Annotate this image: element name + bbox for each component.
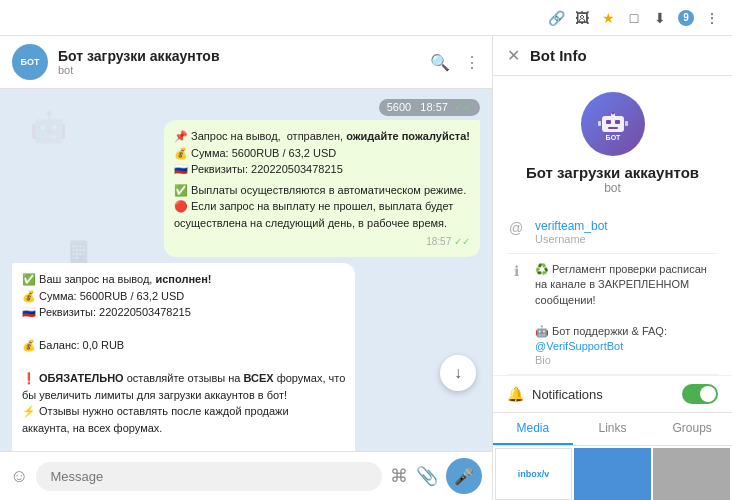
notifications-row: 🔔 Notifications — [493, 375, 732, 412]
bot-info-panel: ✕ Bot Info БОТ Бот з — [492, 36, 732, 500]
bio-content: ♻️ Регламент проверки расписан на канале… — [535, 262, 718, 366]
mic-button[interactable]: 🎤 — [446, 458, 482, 494]
command-icon[interactable]: ⌘ — [390, 465, 408, 487]
amount-badge: 5600 18:57 ✓✓ — [379, 99, 480, 116]
incoming-text: ✅ Ваш запрос на вывод, исполнен! 💰 Сумма… — [22, 271, 345, 451]
attach-icon[interactable]: 📎 — [416, 465, 438, 487]
inbox-label: inbox/v — [518, 469, 550, 479]
image-icon: 🖼 — [574, 10, 590, 26]
chat-subtitle: bot — [58, 64, 420, 76]
chat-title: Бот загрузки аккаунтов — [58, 48, 420, 64]
username-row: @ verifteam_bot Username — [507, 211, 718, 254]
media-thumb-3[interactable] — [653, 448, 730, 500]
svg-rect-1 — [606, 120, 611, 124]
menu-icon[interactable]: ⋮ — [704, 10, 720, 26]
link-icon: 🔗 — [548, 10, 564, 26]
bio-label: Bio — [535, 354, 718, 366]
chat-input-bar: ☺ ⌘ 📎 🎤 — [0, 451, 492, 500]
tab-media[interactable]: Media — [493, 413, 573, 445]
media-thumb-1[interactable]: inbox/v — [495, 448, 572, 500]
browser-topbar: 🔗 🖼 ★ □ ⬇ 9 ⋮ — [0, 0, 732, 36]
svg-rect-0 — [602, 116, 624, 132]
svg-rect-3 — [608, 127, 618, 129]
media-thumb-2[interactable] — [574, 448, 651, 500]
info-icon: ℹ — [507, 263, 525, 279]
chat-section: БОТ Бот загрузки аккаунтов bot 🔍 ⋮ 🤖 💬 📱… — [0, 36, 492, 500]
incoming-message: ✅ Ваш запрос на вывод, исполнен! 💰 Сумма… — [12, 263, 355, 451]
notifications-toggle[interactable] — [682, 384, 718, 404]
outgoing-message: 📌 Запрос на вывод, отправлен, ожидайте п… — [164, 120, 480, 257]
star-icon[interactable]: ★ — [600, 10, 616, 26]
at-icon: @ — [507, 220, 525, 236]
chat-messages[interactable]: 🤖 💬 📱 🔔 ⚙️ 💻 📲 5600 18:57 ✓✓ — [0, 89, 492, 451]
panel-title: Bot Info — [530, 47, 587, 64]
panel-tabs: Media Links Groups — [493, 412, 732, 446]
panel-info-list: @ verifteam_bot Username ℹ ♻️ Регламент … — [493, 211, 732, 375]
notifications-label: 🔔 Notifications — [507, 386, 603, 402]
svg-point-5 — [611, 112, 614, 115]
scroll-down-button[interactable]: ↓ — [440, 355, 476, 391]
tab-groups[interactable]: Groups — [652, 413, 732, 445]
msg-time: 18:57 ✓✓ — [174, 234, 470, 249]
chevron-down-icon: ↓ — [454, 364, 462, 382]
support-bot-link[interactable]: @VerifSupportBot — [535, 340, 623, 352]
mic-icon: 🎤 — [454, 467, 474, 486]
emoji-icon[interactable]: ☺ — [10, 466, 28, 487]
panel-bot-avatar: БОТ — [581, 92, 645, 156]
media-grid: inbox/v — [493, 446, 732, 500]
close-button[interactable]: ✕ — [507, 46, 520, 65]
download-icon: ⬇ — [652, 10, 668, 26]
bio-value: ♻️ Регламент проверки расписан на канале… — [535, 262, 718, 354]
chat-avatar: БОТ — [12, 44, 48, 80]
svg-text:БОТ: БОТ — [605, 134, 620, 141]
tab-links[interactable]: Links — [573, 413, 653, 445]
username-value: verifteam_bot — [535, 219, 718, 233]
username-content: verifteam_bot Username — [535, 219, 718, 245]
svg-rect-6 — [598, 121, 601, 126]
message-text-2: ✅ Выплаты осуществляются в автоматическо… — [174, 182, 470, 232]
panel-header: ✕ Bot Info — [493, 36, 732, 76]
main-layout: БОТ Бот загрузки аккаунтов bot 🔍 ⋮ 🤖 💬 📱… — [0, 36, 732, 500]
svg-rect-7 — [625, 121, 628, 126]
profile-icon[interactable]: 9 — [678, 10, 694, 26]
bot-avatar-svg: БОТ — [595, 106, 631, 142]
message-text: 📌 Запрос на вывод, отправлен, ожидайте п… — [174, 128, 470, 178]
chat-header-icons: 🔍 ⋮ — [430, 53, 480, 72]
more-options-icon[interactable]: ⋮ — [464, 53, 480, 72]
panel-avatar-section: БОТ Бот загрузки аккаунтов bot — [493, 76, 732, 211]
message-time-badge: 18:57 — [420, 101, 448, 113]
svg-rect-2 — [615, 120, 620, 124]
check-mark: ✓✓ — [454, 101, 472, 113]
panel-bot-name: Бот загрузки аккаунтов — [526, 164, 699, 181]
chat-title-area: Бот загрузки аккаунтов bot — [58, 48, 420, 76]
panel-bot-subtitle: bot — [604, 181, 621, 195]
message-wrapper-2: ✅ Ваш запрос на вывод, исполнен! 💰 Сумма… — [12, 263, 480, 451]
bell-icon: 🔔 — [507, 386, 524, 402]
username-label: Username — [535, 233, 718, 245]
window-icon: □ — [626, 10, 642, 26]
chat-header: БОТ Бот загрузки аккаунтов bot 🔍 ⋮ — [0, 36, 492, 89]
message-input[interactable] — [36, 462, 382, 491]
search-icon[interactable]: 🔍 — [430, 53, 450, 72]
message-wrapper: 5600 18:57 ✓✓ 📌 Запрос на вывод, отправл… — [12, 99, 480, 257]
bio-row: ℹ ♻️ Регламент проверки расписан на кана… — [507, 254, 718, 375]
